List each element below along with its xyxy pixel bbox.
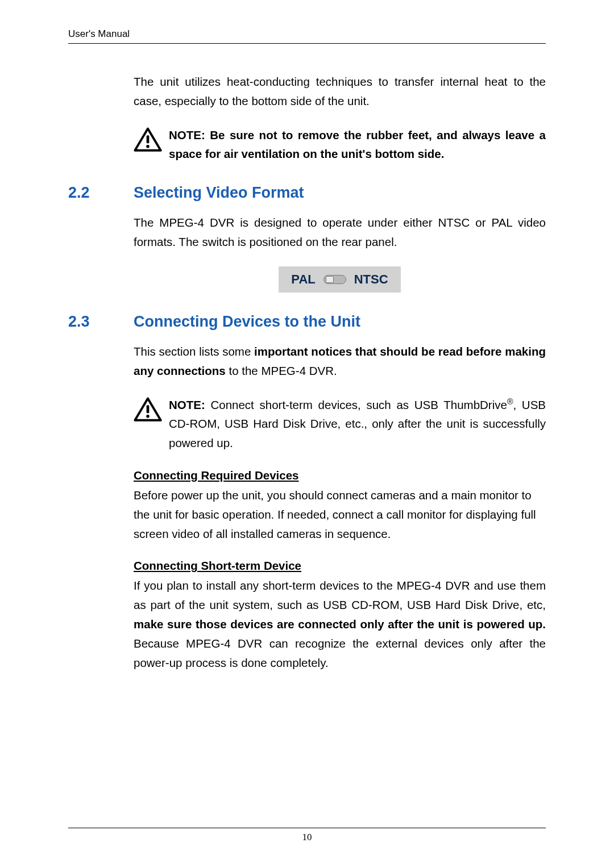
- section-2-2-body: The MPEG-4 DVR is designed to operate un…: [134, 213, 546, 293]
- intro-paragraph: The unit utilizes heat-conducting techni…: [134, 72, 546, 111]
- running-header: User's Manual: [68, 28, 546, 40]
- svg-point-5: [146, 414, 150, 418]
- note-2-t1: Connect short-term devices, such as USB …: [205, 398, 507, 411]
- header-rule: [68, 43, 546, 44]
- switch-knob: [326, 276, 334, 283]
- note-2-label: NOTE:: [169, 398, 205, 411]
- sub1-paragraph: Before power up the unit, you should con…: [134, 486, 546, 543]
- section-2-3-intro: This section lists some important notice…: [134, 342, 546, 381]
- note-block-1: NOTE: Be sure not to remove the rubber f…: [134, 126, 546, 164]
- section-2-3-body: This section lists some important notice…: [134, 342, 546, 673]
- page-footer: 10: [68, 828, 546, 843]
- section-2-2-title: Selecting Video Format: [134, 184, 304, 202]
- section-2-3-title: Connecting Devices to the Unit: [134, 313, 360, 331]
- sub2-paragraph: If you plan to install any short-term de…: [134, 576, 546, 672]
- note-2-text: NOTE: Connect short-term devices, such a…: [169, 395, 546, 453]
- svg-point-2: [146, 145, 150, 148]
- sub2-p2: Because MPEG-4 DVR can recognize the ext…: [134, 637, 546, 669]
- switch-label-ntsc: NTSC: [354, 272, 388, 287]
- pal-ntsc-switch-figure: PAL NTSC: [134, 266, 546, 293]
- footer-rule: [68, 828, 546, 828]
- section-2-3-number: 2.3: [68, 313, 134, 331]
- sub1-heading: Connecting Required Devices: [134, 469, 546, 482]
- document-page: User's Manual The unit utilizes heat-con…: [0, 0, 614, 868]
- warning-icon: [134, 395, 169, 425]
- section-2-2-paragraph: The MPEG-4 DVR is designed to operate un…: [134, 213, 546, 252]
- svg-rect-4: [147, 405, 150, 413]
- svg-rect-1: [147, 135, 150, 143]
- note-1-label: NOTE:: [169, 128, 205, 141]
- s23-intro-plain1: This section lists some: [134, 345, 254, 358]
- section-2-3-header: 2.3 Connecting Devices to the Unit: [68, 313, 546, 331]
- sub2-bold: make sure those devices are connected on…: [134, 617, 546, 631]
- sub2-p1: If you plan to install any short-term de…: [134, 579, 546, 611]
- s23-intro-plain2: to the MPEG-4 DVR.: [226, 364, 337, 377]
- note-block-2: NOTE: Connect short-term devices, such a…: [134, 395, 546, 453]
- body-content: The unit utilizes heat-conducting techni…: [134, 72, 546, 164]
- switch-label-pal: PAL: [291, 272, 315, 287]
- page-number: 10: [68, 832, 546, 843]
- note-1-text: NOTE: Be sure not to remove the rubber f…: [169, 126, 546, 164]
- note-1-body: Be sure not to remove the rubber feet, a…: [169, 128, 546, 161]
- switch-slot: [323, 275, 346, 284]
- sub2-heading: Connecting Short-term Device: [134, 559, 546, 573]
- pal-ntsc-switch: PAL NTSC: [279, 266, 400, 293]
- section-2-2-number: 2.2: [68, 184, 134, 202]
- note-2-sup: ®: [507, 397, 513, 406]
- warning-icon: [134, 126, 169, 155]
- section-2-2-header: 2.2 Selecting Video Format: [68, 184, 546, 202]
